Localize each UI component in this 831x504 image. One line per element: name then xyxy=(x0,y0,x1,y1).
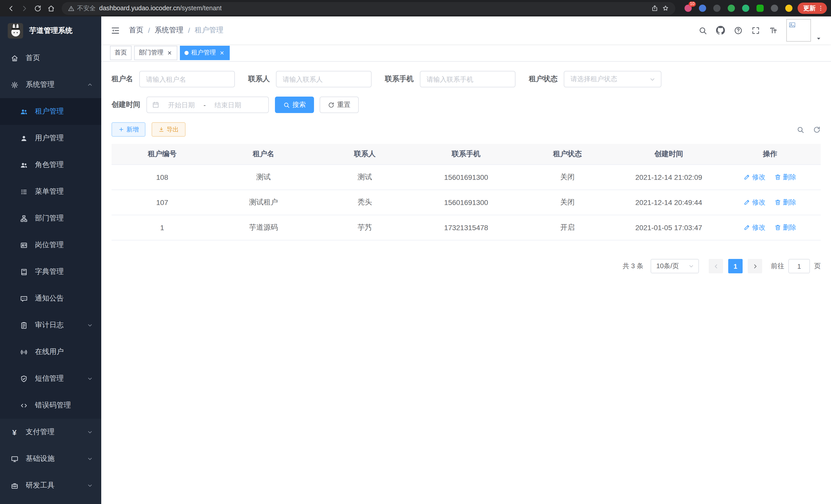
close-icon[interactable] xyxy=(219,49,225,56)
breadcrumb-system[interactable]: 系统管理 xyxy=(155,26,183,35)
sidebar-item[interactable]: 首页 xyxy=(0,45,101,71)
browser-forward-button[interactable] xyxy=(18,2,31,15)
page-content: 租户名 联系人 联系手机 租户状态 请选择租户状态 xyxy=(101,62,831,504)
extension-icon[interactable] xyxy=(727,4,736,13)
date-end-input[interactable] xyxy=(208,100,248,109)
extension-icon[interactable]: 10 xyxy=(684,4,693,13)
tab-label: 租户管理 xyxy=(191,48,216,57)
sidebar-item[interactable]: 用户管理 xyxy=(0,125,101,152)
address-bar[interactable]: 不安全 dashboard.yudao.iocoder.cn/system/te… xyxy=(62,2,675,14)
delete-link[interactable]: 删除 xyxy=(775,173,796,182)
browser-home-button[interactable] xyxy=(44,2,58,15)
reset-button[interactable]: 重置 xyxy=(320,97,359,113)
browser-update-button[interactable]: 更新 xyxy=(798,3,827,14)
sidebar-item[interactable]: 租户管理 xyxy=(0,98,101,125)
sidebar-item-label: 租户管理 xyxy=(35,107,64,116)
column-header: 租户编号 xyxy=(112,144,213,165)
share-button[interactable] xyxy=(651,5,658,12)
page-number-button[interactable]: 1 xyxy=(728,259,743,273)
prev-page-button[interactable] xyxy=(709,259,723,273)
sidebar-item[interactable]: 字典管理 xyxy=(0,259,101,285)
tab-label: 首页 xyxy=(115,48,127,57)
sidebar-item[interactable]: 审计日志 xyxy=(0,312,101,338)
active-dot xyxy=(184,51,189,55)
browser-back-button[interactable] xyxy=(4,2,18,15)
date-start-input[interactable] xyxy=(161,100,201,109)
sidebar-item[interactable]: 短信管理 xyxy=(0,365,101,392)
close-icon[interactable] xyxy=(166,49,173,56)
navbar-actions xyxy=(698,19,822,41)
date-range-separator: - xyxy=(203,101,206,109)
status-select[interactable]: 请选择租户状态 xyxy=(564,71,661,87)
delete-label: 删除 xyxy=(783,198,796,207)
bookmark-star-button[interactable] xyxy=(662,5,669,12)
monitor-icon xyxy=(10,455,19,463)
sidebar-item[interactable]: 系统管理 xyxy=(0,71,101,98)
view-tab[interactable]: 首页 xyxy=(110,46,132,60)
github-icon[interactable] xyxy=(716,26,725,35)
contact-label: 联系人 xyxy=(248,75,270,84)
column-header: 操作 xyxy=(719,144,821,165)
url-text[interactable]: dashboard.yudao.iocoder.cn/system/tenant xyxy=(99,5,222,12)
contact-input[interactable] xyxy=(276,71,372,87)
export-button[interactable]: 导出 xyxy=(152,122,185,137)
extension-icon[interactable] xyxy=(698,4,707,13)
user-avatar[interactable] xyxy=(786,19,811,41)
sidebar-item[interactable]: 角色管理 xyxy=(0,152,101,178)
gear-icon xyxy=(10,81,19,89)
megaphone-icon xyxy=(20,295,28,302)
toggle-search-icon[interactable] xyxy=(797,126,804,133)
delete-link[interactable]: 删除 xyxy=(775,223,796,232)
app: 芋道管理系统 首页 系统管理 xyxy=(0,17,831,504)
sidebar-item[interactable]: 部门管理 xyxy=(0,205,101,232)
sidebar-item[interactable]: 通知公告 xyxy=(0,285,101,312)
breadcrumb-separator: / xyxy=(148,26,150,34)
edit-link[interactable]: 修改 xyxy=(744,173,766,182)
extension-icon[interactable] xyxy=(784,4,794,13)
sidebar-item[interactable]: 基础设施 xyxy=(0,445,101,472)
help-icon[interactable] xyxy=(734,26,743,35)
goto-page-input[interactable] xyxy=(789,259,810,273)
sidebar-item[interactable]: ¥ 支付管理 xyxy=(0,419,101,445)
browser-reload-button[interactable] xyxy=(31,2,44,15)
security-label[interactable]: 不安全 xyxy=(68,4,95,12)
extension-icon[interactable] xyxy=(755,4,765,13)
edit-link[interactable]: 修改 xyxy=(744,198,766,207)
view-tab[interactable]: 租户管理 xyxy=(180,46,230,60)
trash-icon xyxy=(775,174,781,181)
breadcrumb-home[interactable]: 首页 xyxy=(129,26,143,35)
logo[interactable]: 芋道管理系统 xyxy=(0,17,101,45)
extension-icon[interactable] xyxy=(741,4,750,13)
extension-icon[interactable] xyxy=(770,4,779,13)
url-domain: dashboard.yudao.iocoder.cn xyxy=(99,5,180,12)
phone-input[interactable] xyxy=(420,71,515,87)
sidebar-item[interactable]: 研发工具 xyxy=(0,472,101,499)
cell-created-time: 2021-01-05 17:03:47 xyxy=(618,215,719,240)
menu-fold-icon[interactable] xyxy=(111,25,120,35)
view-tab[interactable]: 部门管理 xyxy=(134,46,177,60)
search-button[interactable]: 搜索 xyxy=(275,97,314,113)
sidebar-item[interactable]: 错误码管理 xyxy=(0,392,101,419)
refresh-table-icon[interactable] xyxy=(813,126,821,133)
date-range-picker[interactable]: - xyxy=(146,97,269,113)
font-size-icon[interactable] xyxy=(769,26,778,35)
sidebar-item[interactable]: 岗位管理 xyxy=(0,232,101,259)
page-size-select[interactable]: 10条/页 xyxy=(651,259,699,273)
add-button[interactable]: 新增 xyxy=(112,122,145,137)
signal-icon xyxy=(20,348,28,356)
extension-icon[interactable] xyxy=(712,4,721,13)
tenant-name-input[interactable] xyxy=(139,71,235,87)
edit-link[interactable]: 修改 xyxy=(744,223,766,232)
cell-status: 关闭 xyxy=(517,165,618,190)
sidebar-item[interactable]: 菜单管理 xyxy=(0,178,101,205)
extensions-area: 10 xyxy=(684,4,794,13)
sidebar-item-label: 短信管理 xyxy=(35,374,64,383)
code-icon xyxy=(20,402,28,409)
fullscreen-icon[interactable] xyxy=(751,26,760,35)
header-search-icon[interactable] xyxy=(698,26,707,35)
next-page-button[interactable] xyxy=(748,259,762,273)
delete-link[interactable]: 删除 xyxy=(775,198,796,207)
cell-phone: 15601691300 xyxy=(416,165,517,190)
avatar-caret-icon[interactable] xyxy=(815,35,822,41)
sidebar-item[interactable]: 在线用户 xyxy=(0,338,101,365)
